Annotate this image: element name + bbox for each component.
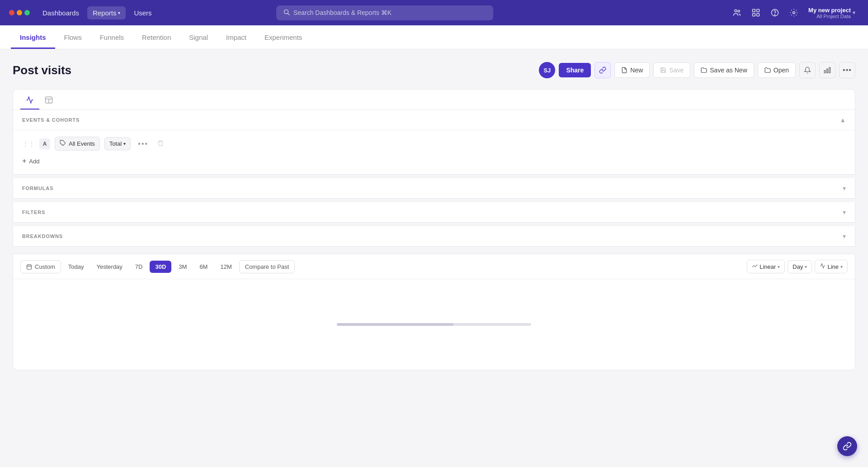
share-button[interactable]: Share: [559, 63, 591, 77]
formulas-label: FORMULAS: [22, 186, 843, 191]
chart-body: [13, 279, 855, 370]
breakdowns-header[interactable]: BREAKDOWNS ▾: [13, 226, 855, 246]
filters-header[interactable]: FILTERS ▾: [13, 202, 855, 222]
svg-point-10: [793, 12, 795, 14]
tab-flows[interactable]: Flows: [55, 25, 91, 49]
svg-rect-18: [27, 265, 32, 269]
formulas-section: FORMULAS ▾: [13, 178, 855, 199]
view-tabs: [13, 89, 855, 110]
svg-point-9: [774, 14, 775, 15]
nav-reports[interactable]: Reports ▾: [87, 6, 126, 19]
tab-experiments[interactable]: Experiments: [255, 25, 311, 49]
day-chevron-icon: ▾: [805, 264, 807, 269]
tab-impact[interactable]: Impact: [217, 25, 255, 49]
events-cohorts-header[interactable]: EVENTS & COHORTS ▲: [13, 110, 855, 130]
linear-dropdown[interactable]: Linear ▾: [747, 260, 785, 273]
nav-dashboards[interactable]: Dashboards: [37, 6, 85, 19]
event-letter-badge: A: [39, 138, 50, 149]
avatar: SJ: [539, 62, 555, 78]
save-as-new-button[interactable]: Save as New: [694, 62, 754, 78]
report-header: Post visits SJ Share New Save Save as Ne…: [13, 62, 855, 78]
tab-chart-view[interactable]: [20, 90, 39, 110]
nav-help-icon[interactable]: [767, 5, 783, 21]
main-content: Post visits SJ Share New Save Save as Ne…: [0, 49, 868, 370]
breakdowns-chevron-icon: ▾: [843, 233, 846, 240]
30d-btn[interactable]: 30D: [150, 261, 171, 273]
chart-right-controls: Linear ▾ Day ▾ Line ▾: [747, 260, 848, 273]
line-dropdown[interactable]: Line ▾: [815, 260, 848, 273]
7d-btn[interactable]: 7D: [130, 261, 148, 273]
12m-btn[interactable]: 12M: [215, 261, 237, 273]
svg-rect-12: [827, 69, 828, 73]
chart-container: Custom Today Yesterday 7D 30D 3M 6M 12M …: [13, 254, 855, 370]
nav-settings-icon[interactable]: [786, 5, 802, 21]
project-name: My new project: [808, 7, 851, 14]
filters-chevron-icon: ▾: [843, 209, 846, 216]
filters-section: FILTERS ▾: [13, 202, 855, 223]
add-event-row[interactable]: + Add: [22, 154, 846, 168]
tab-insights[interactable]: Insights: [11, 25, 55, 49]
compare-to-past-btn[interactable]: Compare to Past: [239, 260, 295, 273]
day-dropdown[interactable]: Day ▾: [788, 260, 812, 273]
collapse-icon: ▲: [840, 116, 846, 124]
custom-time-btn[interactable]: Custom: [20, 260, 61, 273]
all-events-tag[interactable]: All Events: [55, 137, 100, 151]
breakdowns-label: BREAKDOWNS: [22, 234, 843, 239]
notifications-icon[interactable]: [799, 62, 816, 78]
event-delete-btn[interactable]: [156, 138, 165, 150]
svg-point-2: [735, 10, 737, 12]
svg-rect-7: [757, 14, 760, 16]
link-icon-btn[interactable]: [594, 62, 611, 78]
chart-icon[interactable]: [819, 62, 835, 78]
svg-rect-13: [824, 71, 826, 73]
linear-chart-icon: [752, 263, 758, 270]
header-actions: SJ Share New Save Save as New Open: [539, 62, 855, 78]
report-title: Post visits: [13, 63, 539, 77]
6m-btn[interactable]: 6M: [194, 261, 213, 273]
loading-progress: [337, 323, 453, 326]
event-tag-icon: [60, 140, 66, 148]
search-bar[interactable]: Search Dashboards & Reports ⌘K: [276, 5, 493, 20]
nav-grid-icon[interactable]: [748, 5, 764, 21]
yesterday-btn[interactable]: Yesterday: [91, 261, 128, 273]
more-options-button[interactable]: •••: [839, 62, 855, 78]
new-button[interactable]: New: [614, 62, 650, 78]
chart-toolbar: Custom Today Yesterday 7D 30D 3M 6M 12M …: [13, 254, 855, 279]
search-text: Search Dashboards & Reports ⌘K: [293, 9, 392, 16]
window-dots: [9, 10, 30, 15]
formulas-chevron-icon: ▾: [843, 185, 846, 192]
search-icon: [283, 9, 290, 17]
project-info[interactable]: My new project All Project Data ▾: [805, 5, 859, 21]
svg-rect-11: [829, 67, 830, 73]
linear-chevron-icon: ▾: [778, 264, 780, 269]
save-button[interactable]: Save: [653, 62, 690, 78]
tab-table-view[interactable]: [39, 90, 58, 110]
svg-rect-5: [757, 10, 760, 12]
aggregate-dropdown[interactable]: Total ▾: [104, 137, 131, 150]
svg-line-1: [288, 13, 290, 15]
svg-rect-4: [753, 10, 755, 12]
tab-funnels[interactable]: Funnels: [91, 25, 133, 49]
nav-users[interactable]: Users: [128, 6, 157, 19]
top-nav: Dashboards Reports ▾ Users Search Dashbo…: [0, 0, 868, 25]
event-row: ⋮⋮ A All Events Total ▾ •••: [22, 137, 846, 151]
tab-signal[interactable]: Signal: [180, 25, 217, 49]
event-more-btn[interactable]: •••: [135, 138, 151, 150]
today-btn[interactable]: Today: [63, 261, 90, 273]
breakdowns-section: BREAKDOWNS ▾: [13, 226, 855, 247]
chevron-down-icon: ▾: [118, 10, 120, 15]
tab-retention[interactable]: Retention: [133, 25, 180, 49]
chevron-down-icon: ▾: [123, 141, 126, 146]
add-icon: +: [22, 157, 26, 165]
nav-team-icon[interactable]: [729, 5, 745, 21]
project-sub: All Project Data: [816, 14, 851, 19]
project-chevron-icon: ▾: [853, 10, 855, 16]
3m-btn[interactable]: 3M: [173, 261, 192, 273]
open-button[interactable]: Open: [758, 62, 796, 78]
drag-handle-icon[interactable]: ⋮⋮: [22, 140, 35, 148]
project-text: My new project All Project Data: [808, 7, 851, 19]
events-cohorts-section: EVENTS & COHORTS ▲ ⋮⋮ A All Events Total…: [13, 110, 855, 175]
tab-bar: Insights Flows Funnels Retention Signal …: [0, 25, 868, 49]
events-cohorts-label: EVENTS & COHORTS: [22, 117, 840, 123]
formulas-header[interactable]: FORMULAS ▾: [13, 178, 855, 198]
